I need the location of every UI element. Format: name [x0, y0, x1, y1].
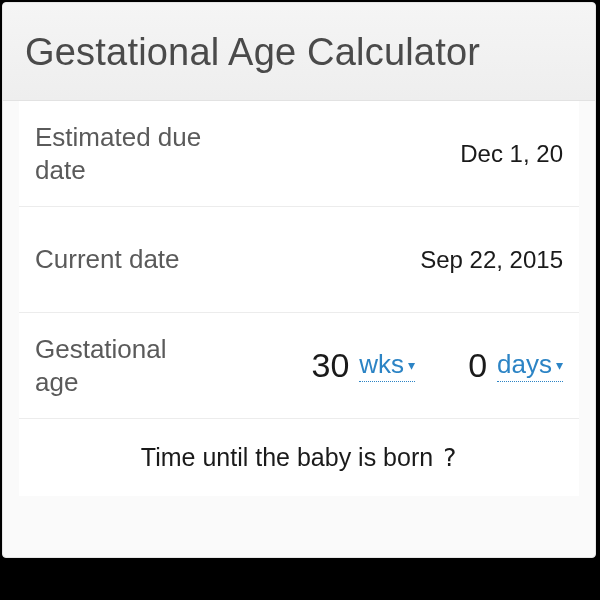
row-gestational-age: Gestational age 30 wks ▾ 0 days ▾	[19, 313, 579, 419]
footer-note: Time until the baby is born ?	[19, 419, 579, 496]
weeks-unit-select[interactable]: wks ▾	[359, 349, 415, 382]
help-icon[interactable]: ?	[442, 443, 457, 472]
days-value[interactable]: 0	[439, 346, 491, 385]
weeks-value[interactable]: 30	[301, 346, 353, 385]
page-title: Gestational Age Calculator	[25, 31, 573, 74]
row-due-date: Estimated due date Dec 1, 20	[19, 101, 579, 207]
due-date-value[interactable]: Dec 1, 20	[215, 140, 563, 168]
due-date-label: Estimated due date	[35, 121, 215, 186]
current-date-value[interactable]: Sep 22, 2015	[215, 246, 563, 274]
weeks-unit-text: wks	[359, 349, 404, 380]
chevron-down-icon: ▾	[408, 357, 415, 373]
chevron-down-icon: ▾	[556, 357, 563, 373]
row-current-date: Current date Sep 22, 2015	[19, 207, 579, 313]
days-unit-select[interactable]: days ▾	[497, 349, 563, 382]
footer-text: Time until the baby is born	[141, 443, 433, 471]
current-date-label: Current date	[35, 243, 215, 276]
rows-container: Estimated due date Dec 1, 20 Current dat…	[19, 101, 579, 496]
days-unit-text: days	[497, 349, 552, 380]
gestational-age-label: Gestational age	[35, 333, 215, 398]
calculator-card: Gestational Age Calculator Estimated due…	[2, 2, 596, 558]
card-header: Gestational Age Calculator	[3, 3, 595, 101]
age-value-group: 30 wks ▾ 0 days ▾	[215, 346, 563, 385]
